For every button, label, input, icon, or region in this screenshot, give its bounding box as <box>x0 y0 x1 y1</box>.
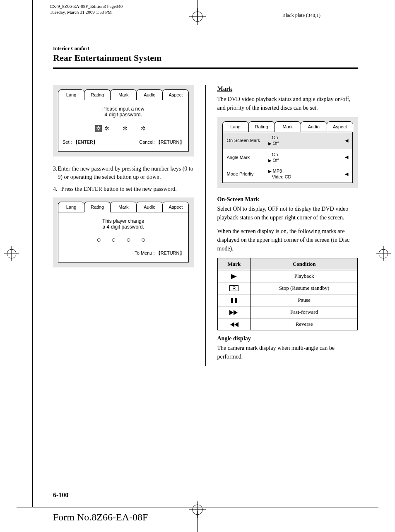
reverse-icon <box>229 322 239 327</box>
mark-condition-table: Mark Condition PlaybackRStop (Resume sta… <box>217 258 358 330</box>
mark-icon-cell <box>217 306 251 318</box>
svg-rect-13 <box>231 298 233 303</box>
heading-angle-display: Angle display <box>217 335 358 342</box>
prompt-line1: Please input a new <box>63 106 184 112</box>
section-category: Interior Comfort <box>53 46 358 52</box>
table-row: Reverse <box>217 318 358 330</box>
screen-password-changed: Lang Rating Mark Audio Aspect This playe… <box>53 197 194 267</box>
step-number: 3. <box>53 165 58 181</box>
prompt-line1: This player change <box>63 218 184 224</box>
condition-cell: Fast-forward <box>251 306 358 318</box>
condition-cell: Reverse <box>251 318 358 330</box>
table-row: Pause <box>217 294 358 306</box>
crop-rule-top <box>17 23 378 23</box>
tab-aspect: Aspect <box>162 89 189 100</box>
column-left: Lang Rating Mark Audio Aspect Please inp… <box>53 85 194 366</box>
tab-lang: Lang <box>58 89 84 100</box>
condition-cell: Stop (Resume standby) <box>251 282 358 294</box>
section-rule <box>53 67 358 69</box>
th-condition: Condition <box>251 258 358 270</box>
star-icon: ✲ <box>95 125 102 132</box>
table-row: Playback <box>217 270 358 282</box>
tab-rating: Rating <box>84 89 111 100</box>
fast-forward-icon <box>229 310 239 315</box>
mark-setting-row: Mode Priority▶ MP3 Video CD◀ <box>223 166 353 183</box>
angle-text: The camera mark display when multi-angle… <box>217 344 358 361</box>
black-plate: Black plate (340,1) <box>282 12 320 19</box>
crop-rule-left <box>32 0 33 507</box>
step-number: 4. <box>53 185 61 193</box>
left-arrow-icon: ◀ <box>342 154 348 160</box>
th-mark: Mark <box>217 258 251 270</box>
tab-aspect: Aspect <box>327 121 353 132</box>
menu-label: To Menu : 【RETURN】 <box>135 250 184 255</box>
svg-marker-12 <box>231 274 237 279</box>
svg-marker-16 <box>234 310 238 315</box>
page: CX-9_8Z66-EA-08F_Edition3 Page340 Tuesda… <box>0 0 395 532</box>
registration-mark-left <box>4 246 19 263</box>
registration-mark-right <box>376 246 391 263</box>
heading-mark: Mark <box>217 85 358 92</box>
tab-mark: Mark <box>110 89 137 100</box>
mark-setting-options: ▶ MP3 Video CD <box>268 168 342 180</box>
mark-icon-cell: R <box>217 282 251 294</box>
tab-audio: Audio <box>136 89 163 100</box>
mark-setting-row: Angle Mark On▶ Off◀ <box>223 149 353 166</box>
tabs: Lang Rating Mark Audio Aspect <box>58 89 189 100</box>
mark-icon-cell <box>217 318 251 330</box>
left-arrow-icon: ◀ <box>342 138 348 143</box>
tab-rating: Rating <box>248 121 275 132</box>
mark-setting-label: Angle Mark <box>227 155 268 160</box>
step-text: Press the ENTER button to set the new pa… <box>61 185 177 193</box>
form-number: Form No.8Z66-EA-08F <box>53 512 148 523</box>
doc-header: CX-9_8Z66-EA-08F_Edition3 Page340 Tuesda… <box>50 3 123 15</box>
registration-mark-top <box>189 8 206 26</box>
mark-setting-options: On▶ Off <box>268 152 342 164</box>
pause-icon <box>230 298 238 303</box>
svg-rect-14 <box>235 298 237 303</box>
prompt-line2: 4-digit password. <box>63 112 184 118</box>
screen-password-input: Lang Rating Mark Audio Aspect Please inp… <box>53 85 194 156</box>
tab-mark: Mark <box>275 121 301 132</box>
page-number: 6-100 <box>53 491 68 499</box>
prompt-line2: a 4-digit password. <box>63 224 184 230</box>
mark-setting-label: On-Screen Mark <box>227 138 268 143</box>
step-3: 3. Enter the new password by pressing th… <box>53 165 194 181</box>
left-arrow-icon: ◀ <box>342 171 348 177</box>
tab-lang: Lang <box>222 121 249 132</box>
onscreen-p1: Select ON to display, OFF not to display… <box>217 205 358 222</box>
heading-onscreen-mark: On-Screen Mark <box>217 196 358 203</box>
content-area: Interior Comfort Rear Entertainment Syst… <box>53 46 358 499</box>
screen-mark-settings: Lang Rating Mark Audio Aspect On-Screen … <box>217 117 358 188</box>
screen-footer: To Menu : 【RETURN】 <box>63 250 184 256</box>
password-circles: ○ ○ ○ ○ <box>63 236 184 244</box>
condition-cell: Playback <box>251 270 358 282</box>
column-right: Mark The DVD video playback status and a… <box>217 85 358 366</box>
tab-mark: Mark <box>110 202 137 212</box>
condition-cell: Pause <box>251 294 358 306</box>
set-label: Set : 【ENTER】 <box>63 139 98 145</box>
mark-intro: The DVD video playback status and angle … <box>217 95 358 112</box>
step-4: 4. Press the ENTER button to set the new… <box>53 185 194 193</box>
tab-audio: Audio <box>136 202 163 212</box>
table-row: Fast-forward <box>217 306 358 318</box>
screen-body: On-Screen Mark On▶ Off◀Angle Mark On▶ Of… <box>222 132 353 183</box>
mark-setting-options: On▶ Off <box>268 135 342 147</box>
mark-icon-cell <box>217 294 251 306</box>
password-stars: ✲✲ ✲ ✲ <box>63 125 184 132</box>
screen-footer: Set : 【ENTER】 Cancel: 【RETURN】 <box>63 139 184 145</box>
svg-marker-15 <box>229 310 234 315</box>
screen-body: This player change a 4-digit password. ○… <box>58 212 189 262</box>
step-text: Enter the new password by pressing the n… <box>58 165 193 181</box>
mark-setting-row: On-Screen Mark On▶ Off◀ <box>223 132 353 149</box>
cancel-label: Cancel: 【RETURN】 <box>139 139 184 145</box>
tab-lang: Lang <box>58 202 84 212</box>
r-box-icon: R <box>229 285 238 291</box>
column-divider <box>205 85 206 366</box>
mark-setting-label: Mode Priority <box>227 171 268 176</box>
tab-audio: Audio <box>301 121 327 132</box>
registration-mark-bottom <box>189 501 206 520</box>
onscreen-p2: When the screen display is on, the follo… <box>217 227 358 253</box>
play-icon <box>230 274 238 279</box>
doc-id-line1: CX-9_8Z66-EA-08F_Edition3 Page340 <box>50 3 123 9</box>
